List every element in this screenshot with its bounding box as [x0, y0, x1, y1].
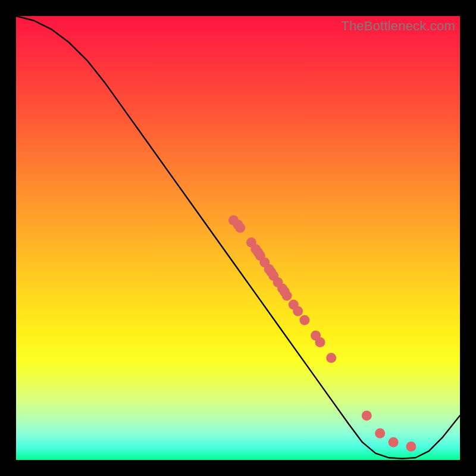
watermark-text: TheBottleneck.com: [341, 18, 455, 34]
data-point: [326, 353, 336, 363]
data-point: [315, 337, 325, 347]
data-point: [406, 441, 416, 452]
chart-container: TheBottleneck.com: [0, 0, 476, 476]
data-point: [282, 291, 292, 301]
data-point: [293, 306, 303, 317]
data-point: [235, 223, 245, 233]
bottleneck-curve: [16, 16, 460, 459]
data-point: [389, 437, 399, 447]
data-point: [375, 428, 385, 439]
plot-area: TheBottleneck.com: [16, 16, 460, 460]
chart-svg: [16, 16, 460, 460]
data-point: [362, 411, 372, 421]
data-point: [299, 315, 309, 325]
